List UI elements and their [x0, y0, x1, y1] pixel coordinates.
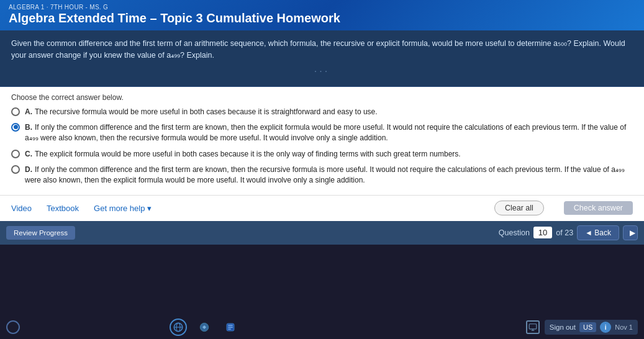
radio-b[interactable]: [11, 123, 20, 132]
answer-option-c[interactable]: C.The explicit formula would be more use…: [11, 149, 633, 160]
screen-icon: [526, 320, 540, 334]
option-text-a: The recursive formula would be more usef…: [35, 107, 378, 116]
os-taskbar: Sign out US i Nov 1: [0, 315, 644, 339]
option-text-c: The explicit formula would be more usefu…: [35, 150, 461, 158]
option-text-d: If only the common difference and the fi…: [25, 165, 625, 184]
video-link[interactable]: Video: [11, 204, 32, 213]
review-progress-button[interactable]: Review Progress: [6, 226, 75, 240]
option-label-b: B.: [25, 123, 32, 132]
answer-option-b[interactable]: B.If only the common difference and the …: [11, 122, 633, 144]
taskbar-app-icon-1[interactable]: [196, 319, 213, 336]
question-label: Question: [499, 228, 530, 237]
sign-out-area: Sign out US i Nov 1: [545, 320, 638, 335]
date-label: Nov 1: [615, 323, 633, 331]
svg-rect-6: [228, 327, 233, 328]
svg-rect-7: [228, 328, 231, 330]
choose-label: Choose the correct answer below.: [11, 93, 633, 102]
radio-a[interactable]: [11, 107, 20, 116]
option-label-d: D.: [25, 165, 32, 174]
get-more-help-link[interactable]: Get more help ▾: [94, 204, 152, 213]
svg-rect-8: [529, 324, 537, 329]
status-bar: Review Progress Question 10 of 23 ◄ Back…: [0, 221, 644, 245]
question-nav: Question 10 of 23 ◄ Back ▶: [499, 225, 638, 240]
radio-c[interactable]: [11, 150, 20, 158]
taskbar-right: Sign out US i Nov 1: [526, 320, 638, 335]
sign-out-button[interactable]: Sign out: [550, 323, 576, 331]
bottom-toolbar: Video Textbook Get more help ▾ Clear all…: [0, 195, 644, 221]
os-home-icon[interactable]: [6, 320, 20, 334]
next-button[interactable]: ▶: [623, 225, 638, 240]
us-badge: US: [579, 322, 596, 332]
option-label-c: C.: [25, 150, 32, 158]
option-text-b: If only the common difference and the fi…: [25, 123, 626, 142]
current-question-number: 10: [533, 227, 552, 238]
header: ALGEBRA 1 · 7TH HOUR - MS. G Algebra Ext…: [0, 0, 644, 30]
question-text: Given the common difference and the firs…: [11, 39, 625, 60]
header-title: Algebra Extended Time – Topic 3 Cumulati…: [9, 11, 635, 25]
total-questions-label: of 23: [556, 228, 573, 237]
clear-all-button[interactable]: Clear all: [494, 201, 544, 215]
info-dot: i: [600, 322, 611, 333]
back-button[interactable]: ◄ Back: [577, 225, 619, 240]
textbook-link[interactable]: Textbook: [47, 204, 79, 213]
question-box: Given the common difference and the firs…: [0, 30, 644, 87]
answer-section: Choose the correct answer below. A.The r…: [0, 87, 644, 195]
taskbar-app-icon-2[interactable]: [222, 319, 239, 336]
taskbar-icons: [170, 319, 239, 336]
svg-rect-5: [228, 325, 233, 326]
dots-divider: ···: [11, 61, 633, 81]
radio-d[interactable]: [11, 165, 20, 174]
answer-option-d[interactable]: D.If only the common difference and the …: [11, 165, 633, 186]
radio-b-inner: [14, 125, 18, 129]
taskbar-browser-icon[interactable]: [170, 319, 187, 336]
header-subtitle: ALGEBRA 1 · 7TH HOUR - MS. G: [9, 4, 635, 11]
answer-option-a[interactable]: A.The recursive formula would be more us…: [11, 107, 633, 117]
option-label-a: A.: [25, 107, 32, 116]
check-answer-button[interactable]: Check answer: [564, 201, 633, 215]
